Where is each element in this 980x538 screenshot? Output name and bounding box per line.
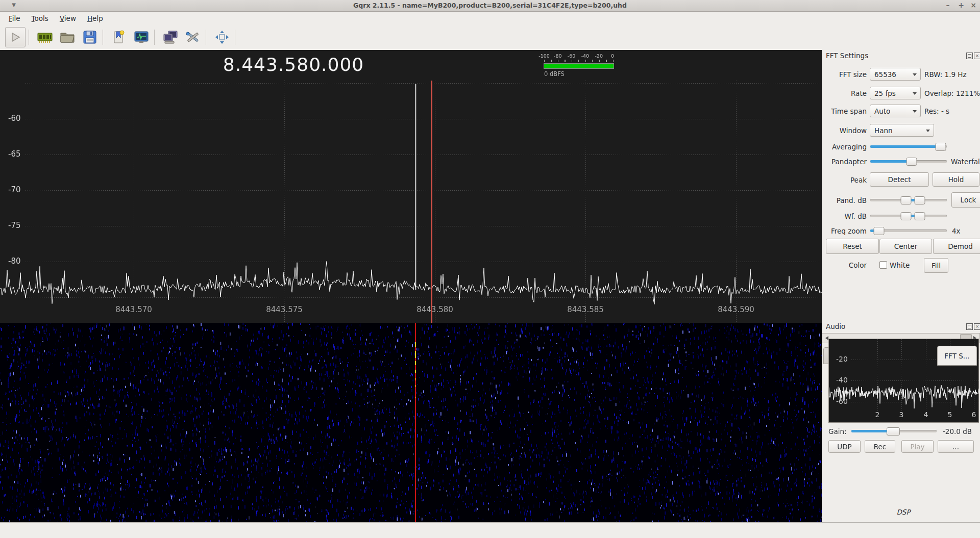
float-panel-icon[interactable]	[966, 323, 973, 330]
fft-settings-title: FFT Settings	[826, 52, 868, 60]
close-panel-icon[interactable]: ×	[974, 53, 980, 59]
dbfs-meter-scale: -100-80-60-40-200	[543, 53, 615, 59]
freq-zoom-label: Freq zoom	[822, 227, 867, 235]
rate-label: Rate	[822, 89, 867, 97]
toolbar-separator	[206, 30, 206, 45]
axis-tick-label: 8443.585	[562, 305, 608, 314]
waterfall-display[interactable]	[0, 323, 822, 522]
chevron-down-icon	[913, 92, 917, 95]
tab-fft-settings[interactable]: FFT S...	[937, 346, 977, 366]
time-span-label: Time span	[822, 107, 867, 115]
bookmarks-button[interactable]	[109, 28, 129, 47]
white-checkbox[interactable]	[879, 261, 887, 269]
averaging-slider-fill	[870, 145, 941, 148]
pandapter-slider-handle[interactable]	[906, 158, 917, 166]
play-button[interactable]: Play	[901, 440, 934, 453]
rec-button[interactable]: Rec	[865, 440, 895, 453]
save-file-button[interactable]	[80, 28, 100, 47]
close-button[interactable]: ×	[968, 0, 979, 11]
pandapter-canvas[interactable]	[0, 50, 822, 323]
color-label: Color	[822, 261, 867, 269]
axis-tick-label: 8443.575	[261, 305, 307, 314]
center-button[interactable]: Center	[879, 239, 932, 254]
freq-zoom-handle[interactable]	[874, 227, 885, 235]
float-panel-icon[interactable]	[966, 53, 973, 59]
fill-button[interactable]: Fill	[924, 258, 948, 273]
window-combobox[interactable]: Hann	[870, 124, 934, 137]
waterfall-split-label: Waterfall	[951, 158, 980, 166]
reset-button[interactable]: Reset	[826, 239, 879, 254]
remote-control-button[interactable]	[161, 28, 180, 47]
pandapter-split-slider[interactable]	[870, 160, 947, 163]
pand-db-max-handle[interactable]	[915, 196, 925, 204]
pandapter-split-label: Pandapter	[822, 158, 867, 166]
axis-tick-label: 2	[873, 411, 881, 419]
maximize-button[interactable]: +	[955, 0, 967, 11]
fft-size-combobox[interactable]: 65536	[870, 68, 921, 81]
status-bar	[0, 522, 980, 538]
axis-tick-label: -100	[537, 53, 551, 59]
averaging-label: Averaging	[822, 143, 867, 151]
averaging-slider-handle[interactable]	[936, 143, 946, 151]
axis-tick-label: -70	[8, 185, 21, 194]
gain-slider-handle[interactable]	[887, 427, 900, 435]
freq-zoom-value: 4x	[952, 227, 961, 235]
pandapter-spectrum[interactable]: 8.443.580.000 -100-80-60-40-200 0 dBFS -…	[0, 50, 822, 323]
frequency-display[interactable]: 8.443.580.000	[204, 54, 383, 75]
toolbar-separator	[103, 30, 103, 45]
peak-detect-button[interactable]: Detect	[870, 172, 929, 187]
wf-db-range-slider[interactable]	[870, 215, 947, 217]
menu-file[interactable]: File	[3, 13, 26, 23]
axis-tick-label: 8443.590	[713, 305, 759, 314]
wf-db-min-handle[interactable]	[901, 212, 912, 220]
audio-options-button[interactable]: ...	[938, 440, 974, 453]
freq-zoom-slider[interactable]	[870, 229, 947, 232]
device-config-button[interactable]	[35, 28, 55, 47]
pand-db-min-handle[interactable]	[901, 196, 912, 204]
axis-tick-label: -75	[8, 221, 21, 230]
audio-gain-slider[interactable]	[851, 430, 937, 432]
close-panel-icon[interactable]: ×	[974, 323, 980, 330]
bookmark-icon	[112, 30, 126, 45]
menu-tools[interactable]: Tools	[26, 13, 54, 23]
axis-tick-label: -80	[8, 257, 21, 266]
fft-display-button[interactable]	[132, 28, 151, 47]
play-icon	[9, 31, 21, 43]
window-menu-icon[interactable]: ▼	[8, 0, 19, 11]
toolbar-separator	[29, 30, 29, 45]
title-bar: ▼ Gqrx 2.11.5 - name=MyB200,product=B200…	[0, 0, 980, 12]
peak-hold-button[interactable]: Hold	[933, 172, 979, 187]
res-info: Res: - s	[924, 107, 949, 115]
minimize-button[interactable]: –	[942, 0, 953, 11]
tools-button[interactable]	[183, 28, 203, 47]
folder-icon	[59, 30, 76, 45]
floppy-disk-icon	[82, 30, 97, 45]
open-file-button[interactable]	[58, 28, 77, 47]
menu-help[interactable]: Help	[82, 13, 109, 23]
axis-tick-label: 6	[970, 411, 978, 419]
averaging-slider[interactable]	[870, 145, 947, 148]
window-value: Hann	[874, 126, 893, 135]
overlap-info: Overlap: 1211%	[924, 89, 980, 97]
axis-tick-label: -60	[836, 397, 848, 405]
axis-tick-label: -40	[836, 376, 848, 384]
toolbar-separator	[235, 30, 235, 45]
fullscreen-button[interactable]	[212, 28, 232, 47]
axis-tick-label: 8443.580	[412, 305, 458, 314]
axis-tick-label: 3	[897, 411, 905, 419]
time-span-value: Auto	[874, 107, 890, 115]
rate-combobox[interactable]: 25 fps	[870, 87, 921, 99]
axis-tick-label: 8443.570	[111, 305, 157, 314]
wf-db-max-handle[interactable]	[915, 212, 925, 220]
toolbar-separator	[154, 30, 155, 45]
pand-db-range-slider[interactable]	[870, 199, 947, 201]
wrench-screwdriver-icon	[185, 30, 201, 45]
menu-view[interactable]: View	[54, 13, 82, 23]
start-dsp-button[interactable]	[5, 27, 26, 47]
rate-value: 25 fps	[874, 89, 896, 97]
toolbar	[0, 24, 980, 50]
lock-button[interactable]: Lock	[951, 192, 980, 208]
demod-button[interactable]: Demod	[933, 239, 980, 254]
time-span-combobox[interactable]: Auto	[870, 105, 921, 117]
udp-button[interactable]: UDP	[828, 440, 861, 453]
